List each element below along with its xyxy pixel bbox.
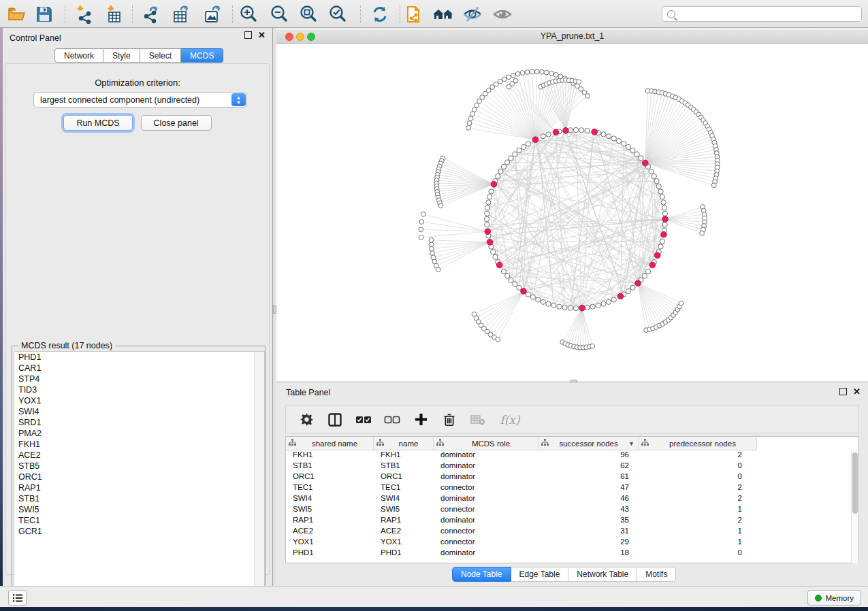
mcds-result-item[interactable]: CAR1 [14, 363, 264, 374]
column-layout-button[interactable] [327, 412, 343, 428]
table-row[interactable]: RAP1RAP1dominator352 [286, 516, 858, 527]
table-scrollbar[interactable] [851, 450, 858, 563]
search-input[interactable] [679, 10, 861, 19]
close-panel-icon[interactable]: ✕ [853, 388, 861, 395]
tab-mcds[interactable]: MCDS [181, 48, 223, 63]
float-panel-icon[interactable] [244, 31, 252, 39]
table-header-row: shared namenameMCDS rolesuccessor nodes▼… [286, 437, 858, 450]
optimization-criterion-select[interactable]: largest connected component (undirected)… [33, 92, 247, 108]
table-row[interactable]: ACE2ACE2connector311 [286, 527, 858, 538]
mcds-result-item[interactable]: FKH1 [14, 439, 264, 450]
tab-node-table[interactable]: Node Table [452, 567, 511, 582]
toolbar-separator [232, 5, 233, 23]
close-panel-button[interactable]: Close panel [141, 115, 212, 131]
import-network-button[interactable] [73, 3, 96, 25]
zoom-selected-icon [327, 4, 348, 24]
delete-table-icon [470, 414, 485, 425]
column-header-name[interactable]: name [374, 437, 434, 450]
mcds-result-item[interactable]: ACE2 [14, 450, 264, 461]
table-row[interactable]: TEC1TEC1connector472 [286, 483, 858, 494]
mcds-result-item[interactable]: STB1 [14, 493, 264, 504]
gear-icon [300, 413, 313, 426]
column-label: predecessor nodes [649, 440, 756, 448]
select-all-button[interactable] [355, 412, 372, 428]
column-header-MCDS-role[interactable]: MCDS role [434, 437, 539, 450]
run-mcds-button[interactable]: Run MCDS [63, 115, 132, 131]
export-table-button[interactable] [170, 3, 193, 25]
mcds-result-item[interactable]: STP4 [14, 374, 264, 384]
mcds-list-scrollbar[interactable] [254, 352, 264, 597]
home-networks-button[interactable] [432, 3, 455, 25]
table-settings-button[interactable] [298, 412, 315, 428]
cell-shared-name: ORC1 [286, 472, 374, 483]
refresh-icon [370, 4, 390, 24]
global-search[interactable] [662, 6, 862, 22]
table-row[interactable]: YOX1YOX1connector291 [286, 538, 858, 548]
table-row[interactable]: FKH1FKH1dominator962 [286, 450, 858, 461]
mcds-tab-content: Optimization criterion: largest connecte… [5, 63, 270, 575]
mcds-result-item[interactable]: STB5 [14, 461, 264, 472]
column-header-shared-name[interactable]: shared name [286, 437, 374, 450]
table-row[interactable]: ORC1ORC1dominator610 [286, 472, 858, 483]
share-document-button[interactable] [402, 3, 425, 25]
network-graph[interactable] [276, 44, 868, 381]
table-row[interactable]: SWI5SWI5connector431 [286, 505, 858, 516]
cell-shared-name: ACE2 [286, 527, 374, 538]
import-table-button[interactable] [103, 3, 126, 25]
mcds-result-item[interactable]: GCR1 [14, 526, 264, 537]
export-network-icon [141, 4, 161, 24]
memory-status-icon [815, 595, 822, 601]
zoom-in-button[interactable] [237, 3, 260, 25]
deselect-all-button[interactable] [384, 412, 400, 428]
table-row[interactable]: SWI4SWI4dominator462 [286, 494, 858, 505]
export-image-button[interactable] [201, 3, 224, 25]
cell-shared-name: STB1 [286, 461, 374, 472]
zoom-fit-button[interactable] [297, 3, 320, 25]
tab-edge-table[interactable]: Edge Table [511, 567, 569, 582]
delete-table-button[interactable] [470, 412, 486, 428]
column-header-successor-nodes[interactable]: successor nodes▼ [539, 437, 639, 450]
tab-style[interactable]: Style [103, 48, 140, 63]
tab-motifs[interactable]: Motifs [637, 567, 676, 582]
mcds-result-item[interactable]: SRD1 [14, 417, 264, 428]
mcds-result-item[interactable]: YOX1 [14, 395, 264, 406]
table-row[interactable]: STB1STB1dominator620 [286, 461, 858, 472]
hide-graphics-button[interactable] [461, 3, 484, 25]
mcds-result-item[interactable]: SWI4 [14, 406, 264, 417]
network-canvas[interactable] [276, 44, 868, 381]
main-toolbar [0, 0, 868, 28]
mcds-result-item[interactable]: TID3 [14, 384, 264, 395]
tab-select[interactable]: Select [140, 48, 181, 63]
export-network-button[interactable] [140, 3, 163, 25]
add-column-button[interactable] [413, 412, 429, 428]
float-panel-icon[interactable] [839, 388, 847, 395]
document-share-icon [404, 4, 424, 24]
status-bar: Memory [0, 586, 868, 607]
mcds-result-item[interactable]: RAP1 [14, 482, 264, 493]
column-header-predecessor-nodes[interactable]: predecessor nodes [639, 437, 757, 450]
show-graphics-button[interactable] [491, 3, 514, 25]
function-builder-button[interactable]: f(x) [498, 412, 521, 428]
mcds-result-item[interactable]: PHD1 [14, 352, 264, 363]
table-scrollbar-thumb[interactable] [852, 452, 858, 514]
close-panel-icon[interactable]: ✕ [258, 31, 266, 39]
cell-MCDS-role: dominator [434, 516, 539, 527]
mcds-result-item[interactable]: TEC1 [14, 515, 264, 526]
tab-network-table[interactable]: Network Table [568, 567, 637, 582]
zoom-selected-button[interactable] [326, 3, 349, 25]
refresh-layout-button[interactable] [368, 3, 391, 25]
task-history-button[interactable] [8, 590, 27, 606]
open-session-button[interactable] [5, 3, 28, 25]
mcds-result-item[interactable]: PMA2 [14, 428, 264, 439]
tab-network[interactable]: Network [54, 48, 103, 63]
zoom-out-button[interactable] [268, 3, 291, 25]
save-session-button[interactable] [33, 3, 56, 25]
mcds-result-item[interactable]: SWI5 [14, 504, 264, 515]
mcds-result-list[interactable]: PHD1CAR1STP4TID3YOX1SWI4SRD1PMA2FKH1ACE2… [14, 351, 265, 598]
mcds-result-item[interactable]: ORC1 [14, 472, 264, 482]
table-row[interactable]: PHD1PHD1dominator180 [286, 548, 858, 559]
memory-button[interactable]: Memory [807, 590, 861, 606]
cell-MCDS-role: dominator [434, 450, 539, 461]
network-window-titlebar[interactable]: YPA_prune.txt_1 [276, 29, 868, 44]
delete-column-button[interactable] [441, 412, 457, 428]
